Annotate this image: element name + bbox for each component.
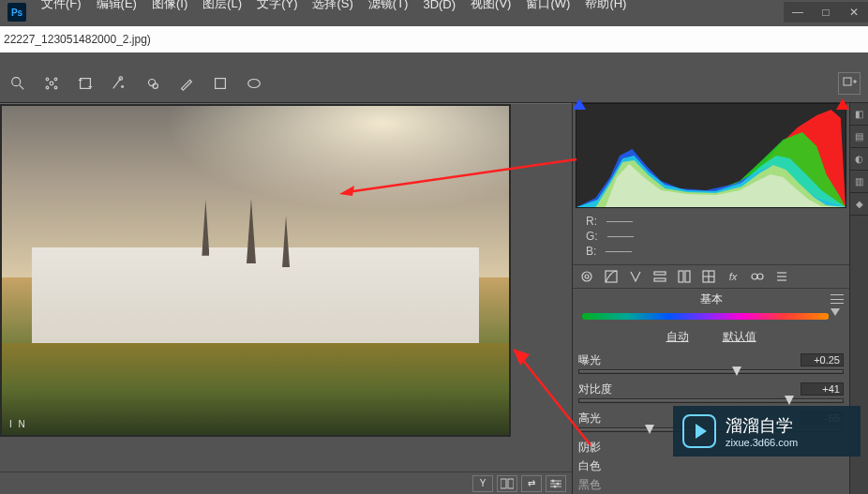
document-tab-label[interactable]: 22227_123051482000_2.jpg) [4,33,151,46]
svg-point-3 [46,78,49,81]
status-bar: Y ⇄ [0,472,572,494]
whites-label: 白色 [578,458,629,474]
before-after-button[interactable] [497,475,517,492]
menu-filter[interactable]: 滤镜(T) [361,0,416,16]
zoom-tool-icon[interactable] [7,73,28,94]
svg-point-16 [248,79,261,87]
menu-edit[interactable]: 编辑(E) [89,0,144,16]
svg-point-5 [46,86,49,89]
curve-tab-icon[interactable] [601,267,621,286]
menu-image[interactable]: 图像(I) [144,0,195,16]
basic-section-header: 基本 [573,289,849,309]
menu-3d[interactable]: 3D(D) [415,0,463,15]
adjustment-tabs: fx [573,264,849,289]
svg-rect-20 [501,479,506,488]
svg-line-1 [20,84,24,89]
radial-tool-icon[interactable] [244,73,264,94]
section-menu-icon[interactable] [831,294,844,304]
shadow-clip-marker-icon[interactable] [573,98,586,110]
contrast-row: 对比度 +41 [573,380,849,398]
contrast-value[interactable]: +41 [801,382,844,396]
app-logo-icon: Ps [7,3,26,22]
side-tab-5[interactable]: ◆ [850,193,868,216]
maximize-button[interactable]: □ [812,2,840,22]
play-icon [682,414,716,448]
menu-layer[interactable]: 图层(L) [195,0,249,16]
gradient-tool-icon[interactable] [210,73,231,94]
whites-row: 白色 [573,457,849,475]
svg-rect-32 [654,278,666,281]
svg-point-4 [54,78,57,81]
svg-rect-31 [654,272,666,275]
side-tab-4[interactable]: ▥ [850,171,868,193]
svg-rect-30 [606,271,617,282]
contrast-slider[interactable] [578,398,844,403]
exposure-slider[interactable] [578,369,844,374]
close-button[interactable]: ✕ [840,2,868,22]
svg-point-6 [54,86,57,89]
svg-point-27 [554,485,557,487]
basic-tab-icon[interactable] [576,267,597,286]
svg-rect-17 [844,78,851,85]
menu-type[interactable]: 文字(Y) [249,0,305,16]
crop-tool-icon[interactable] [75,73,96,94]
calibration-tab-icon[interactable] [747,267,768,286]
highlights-thumb[interactable] [645,425,654,434]
blacks-label: 黑色 [578,477,629,493]
white-balance-spectrum[interactable] [573,309,849,323]
rgb-readout: R: G: B: [573,208,849,264]
basic-section-title: 基本 [700,292,723,307]
highlights-label: 高光 [578,411,629,427]
shadow-clipping-button[interactable]: Y [472,475,493,492]
svg-point-25 [552,479,555,482]
exposure-value[interactable]: +0.25 [801,353,844,367]
swap-button[interactable]: ⇄ [521,475,542,492]
fx-tab-icon[interactable]: fx [723,267,743,286]
document-canvas[interactable]: I N [0,104,511,437]
side-tab-3[interactable]: ◐ [850,148,868,171]
tutorial-watermark: 溜溜自学 zixue.3d66.com [673,406,861,457]
canvas-area: I N Y ⇄ [0,103,572,494]
detail-tab-icon[interactable] [625,267,646,286]
svg-point-26 [557,482,560,485]
side-tab-2[interactable]: ▤ [850,126,868,148]
lens-tab-icon[interactable] [698,267,719,286]
svg-point-38 [752,274,757,279]
shadows-label: 阴影 [578,440,629,456]
contrast-label: 对比度 [578,382,629,397]
settings-button[interactable] [546,475,566,492]
menu-window[interactable]: 窗口(W) [518,0,577,16]
watermark-title: 溜溜自学 [726,414,798,437]
menu-help[interactable]: 帮助(H) [577,0,634,16]
svg-rect-33 [679,271,683,282]
hand-tool-icon[interactable] [41,73,62,94]
brush-tool-icon[interactable] [176,73,197,94]
minimize-button[interactable]: — [784,2,812,22]
exposure-row: 曝光 +0.25 [573,351,849,369]
default-link[interactable]: 默认值 [723,329,756,345]
menu-select[interactable]: 选择(S) [305,0,360,16]
exposure-thumb[interactable] [732,367,741,376]
menu-file[interactable]: 文件(F) [34,0,89,16]
split-tab-icon[interactable] [674,267,695,286]
hsl-tab-icon[interactable] [650,267,670,286]
window-controls: — □ ✕ [784,2,868,22]
auto-link[interactable]: 自动 [666,329,689,345]
histogram[interactable] [576,103,846,208]
g-label: G: [586,230,598,243]
contrast-thumb[interactable] [785,396,794,405]
exposure-label: 曝光 [578,352,629,368]
svg-rect-15 [216,78,226,88]
menu-view[interactable]: 视图(V) [463,0,518,16]
presets-tab-icon[interactable] [771,267,792,286]
spot-tool-icon[interactable] [142,73,163,94]
svg-point-39 [757,274,763,279]
svg-point-28 [582,272,591,281]
blacks-row: 黑色 [573,475,849,494]
side-tab-1[interactable]: ◧ [850,103,868,126]
highlight-clip-marker-icon[interactable] [836,98,849,110]
straighten-tool-icon[interactable] [109,73,129,94]
svg-point-0 [12,77,21,85]
presets-button[interactable] [838,72,861,95]
image-watermark: I N [9,419,27,429]
